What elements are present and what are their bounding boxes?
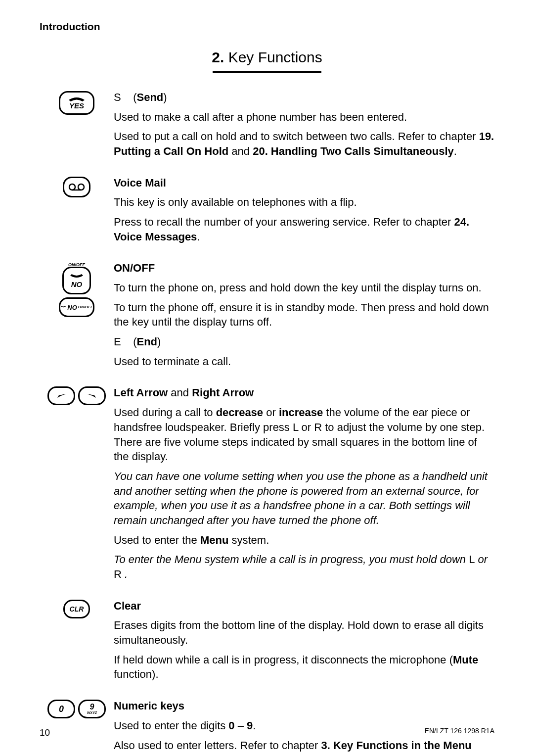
svg-point-0 bbox=[69, 184, 75, 190]
entry-send: YES S (Send) Used to make a call after a… bbox=[40, 90, 494, 164]
entry-voicemail: Voice Mail This key is only available on… bbox=[40, 176, 494, 249]
content-area: YES S (Send) Used to make a call after a… bbox=[40, 90, 494, 756]
key-no-label: NO bbox=[71, 281, 83, 288]
arrows-desc-1: Used during a call to decrease or increa… bbox=[114, 405, 494, 464]
key-yes-label: YES bbox=[69, 102, 84, 109]
key-no-onoff: NO ON/OFF bbox=[59, 297, 94, 317]
clear-title: Clear bbox=[114, 599, 494, 614]
manual-page: Introduction 2. Key Functions YES S bbox=[0, 0, 534, 756]
key-clr-label: CLR bbox=[70, 606, 84, 613]
numeric-title: Numeric keys bbox=[114, 699, 494, 713]
voicemail-desc-1: This key is only available on telephones… bbox=[114, 195, 494, 210]
page-number: 10 bbox=[40, 726, 50, 739]
entry-arrows: Left Arrow and Right Arrow Used during a… bbox=[40, 385, 494, 586]
send-name: Send bbox=[136, 91, 163, 103]
numeric-desc-2: Also used to enter letters. Refer to cha… bbox=[114, 738, 494, 756]
onoff-desc-1: To turn the phone on, press and hold dow… bbox=[114, 281, 494, 295]
send-letter: S bbox=[114, 91, 121, 103]
entry-onoff: ON/OFF NO NO ON/OFF O bbox=[40, 261, 494, 374]
left-arrow-icon bbox=[55, 392, 67, 399]
voicemail-icon bbox=[68, 183, 85, 191]
entry-clear: CLR Clear Erases digits from the bottom … bbox=[40, 599, 494, 687]
voicemail-desc-2: Press to recall the number of your answe… bbox=[114, 215, 494, 244]
key-voicemail bbox=[63, 177, 90, 197]
section-header: Introduction bbox=[40, 20, 494, 34]
key-zero-label: 0 bbox=[59, 705, 64, 713]
end-name: End bbox=[136, 335, 157, 348]
page-footer: 10 EN/LZT 126 1298 R1A bbox=[40, 726, 494, 739]
clear-desc-1: Erases digits from the bottom line of th… bbox=[114, 618, 494, 647]
send-desc-2: Used to put a call on hold and to switch… bbox=[114, 129, 494, 158]
end-letter: E bbox=[114, 335, 121, 348]
key-nine-sub: WXYZ bbox=[87, 711, 97, 714]
title-text: Key Functions bbox=[228, 49, 322, 65]
onoff-desc-2: To turn the phone off, ensure it is in s… bbox=[114, 300, 494, 330]
right-arrow-icon bbox=[86, 392, 98, 399]
end-desc: Used to terminate a call. bbox=[114, 354, 494, 369]
page-title: 2. Key Functions bbox=[212, 47, 322, 68]
key-clr: CLR bbox=[63, 600, 90, 618]
page-title-wrap: 2. Key Functions bbox=[40, 47, 494, 73]
voicemail-title: Voice Mail bbox=[114, 176, 494, 190]
key-nine-label: 9 bbox=[90, 704, 94, 710]
arrows-note-1: You can have one volume setting when you… bbox=[114, 469, 494, 528]
key-nine: 9 WXYZ bbox=[78, 700, 106, 718]
svg-point-1 bbox=[78, 184, 84, 190]
title-number: 2. bbox=[212, 49, 224, 65]
arrows-note-2: To enter the Menu system while a call is… bbox=[114, 552, 494, 581]
handset-down-small-icon bbox=[60, 304, 66, 310]
clear-desc-2: If held down while a call is in progress… bbox=[114, 653, 494, 682]
key-zero: 0 bbox=[47, 700, 75, 718]
onoff-title: ON/OFF bbox=[114, 261, 494, 276]
key-left-arrow bbox=[47, 386, 75, 405]
doc-reference: EN/LZT 126 1298 R1A bbox=[425, 726, 494, 739]
send-desc-1: Used to make a call after a phone number… bbox=[114, 110, 494, 125]
key-right-arrow bbox=[78, 386, 106, 405]
key-yes: YES bbox=[59, 91, 94, 115]
key-no: NO bbox=[62, 267, 91, 294]
title-underline bbox=[213, 71, 321, 73]
arrows-desc-2: Used to enter the Menu system. bbox=[114, 533, 494, 548]
arrows-title: Left Arrow and Right Arrow bbox=[114, 385, 494, 400]
handset-down-icon bbox=[68, 274, 85, 281]
